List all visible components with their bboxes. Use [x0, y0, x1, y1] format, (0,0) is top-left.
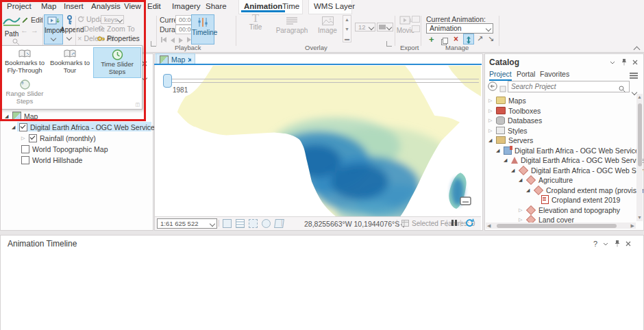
scale-combo[interactable]: 1:61 625 522 [157, 218, 217, 229]
move-keyframe-icon[interactable] [463, 34, 474, 45]
catalog-item-databases[interactable]: ▷Databases [488, 116, 542, 125]
catalog-tab-project[interactable]: Project [489, 70, 512, 81]
search-icon[interactable] [619, 83, 626, 95]
toolbox-icon [496, 107, 506, 114]
keys-combo[interactable]: keys [101, 15, 124, 24]
contents-layer-dea[interactable]: ◢ Digital Earth Africa - OGC Web Service… [12, 123, 158, 131]
overlay-gallery-scrollbar[interactable]: ▲ ▼ ▬ [343, 15, 351, 42]
tab-animation[interactable]: Animation [244, 2, 282, 10]
skip-to-start-icon[interactable] [161, 37, 166, 42]
menu-item-range-slider-steps[interactable]: Range Slider Steps [3, 77, 47, 107]
catalog-menu-chevron-icon[interactable] [610, 61, 615, 64]
next-keyframe-arrow-icon[interactable]: → [31, 26, 38, 34]
menu-resize-grip[interactable]: ◫ [135, 102, 140, 107]
attribute-table-icon[interactable] [236, 219, 245, 228]
catalog-item-elevation[interactable]: ▷Elevation and topography [519, 205, 620, 214]
contents-close-icon[interactable] [142, 57, 147, 69]
layer-checkbox[interactable] [21, 145, 29, 153]
expander-icon[interactable]: ◢ [12, 125, 16, 130]
tab-edit[interactable]: Edit [147, 2, 161, 10]
menu-item-bookmarks-fly-through[interactable]: Bookmarks to Fly-Through [3, 47, 47, 77]
timeline-close-icon[interactable] [626, 241, 631, 246]
export-preview-icon[interactable] [412, 25, 420, 32]
prev-keyframe-arrow-icon[interactable]: ← [21, 26, 28, 34]
map-canvas[interactable]: 1981 [155, 66, 481, 216]
properties-button[interactable]: Properties [97, 34, 140, 42]
sort-ascending-icon[interactable]: ↗ [477, 34, 483, 43]
zoom-to-button[interactable]: Zoom To [98, 25, 135, 33]
contents-layer-topographic[interactable]: World Topographic Map [21, 144, 108, 153]
import-dropdown-chevron[interactable] [51, 36, 56, 41]
tab-imagery[interactable]: Imagery [172, 2, 201, 10]
layer-checkbox[interactable] [19, 123, 27, 131]
menu-item-bookmarks-to-tour[interactable]: Bookmarks to Tour [48, 47, 92, 77]
menu-item-time-slider-steps[interactable]: Time Slider Steps [93, 47, 141, 78]
notification-icon[interactable] [274, 219, 284, 228]
overlay-title-button[interactable]: T Title [241, 14, 270, 31]
tab-insert[interactable]: Insert [64, 2, 84, 10]
timeline-menu-chevron-icon[interactable] [603, 242, 608, 246]
map-tab-close-icon[interactable] [188, 58, 191, 62]
refresh-icon[interactable] [465, 218, 474, 229]
tab-project[interactable]: Project [7, 2, 32, 10]
overview-icon[interactable] [460, 196, 471, 208]
catalog-tab-favorites[interactable]: Favorites [540, 70, 569, 78]
sort-descending-icon[interactable]: ↘ [488, 34, 494, 43]
swipe-icon[interactable] [249, 219, 258, 228]
layer-checkbox[interactable] [29, 134, 37, 142]
delete-animation-icon[interactable]: × [454, 34, 458, 44]
catalog-item-server-connection[interactable]: ◢Digital Earth Africa - OGC Web Services… [496, 146, 644, 155]
contents-search-chevron[interactable] [143, 71, 147, 83]
expander-icon[interactable]: ◢ [5, 114, 10, 119]
timeline-help-icon[interactable]: ? [593, 240, 597, 248]
overlay-font-size-combo[interactable]: 12 [355, 23, 375, 31]
overlay-group-launcher[interactable] [386, 41, 392, 47]
tab-view[interactable]: View [124, 2, 141, 10]
timeline-toggle-button[interactable]: Timeline [191, 14, 214, 45]
export-frame-icon[interactable] [412, 16, 420, 23]
crosshair-icon[interactable] [262, 219, 271, 228]
tab-analysis[interactable]: Analysis [91, 2, 121, 10]
catalog-item-cropland-2019[interactable]: Cropland extent 2019 [541, 195, 620, 204]
catalog-item-styles[interactable]: ▷Styles [488, 126, 528, 135]
contents-layer-hillshade[interactable]: World Hillshade [21, 155, 82, 164]
layer-checkbox[interactable] [21, 156, 29, 164]
add-bookmark-icon[interactable] [223, 219, 232, 228]
coordinates-readout[interactable]: 28,8255663°W 10,1944076°S [304, 220, 406, 228]
expander-icon[interactable]: ▷ [21, 136, 26, 141]
tab-wms-layer[interactable]: WMS Layer [314, 2, 355, 10]
catalog-item-agriculture[interactable]: ◢Agriculture [519, 175, 573, 184]
catalog-hamburger-icon[interactable] [630, 69, 638, 81]
edit-group-launcher[interactable] [151, 41, 156, 47]
catalog-tab-portal[interactable]: Portal [517, 70, 535, 78]
pause-drawing-icon[interactable] [451, 220, 457, 226]
overlay-font-color-combo[interactable] [377, 23, 393, 31]
range-slider-steps-icon [18, 79, 32, 90]
catalog-item-wms-service[interactable]: ◢Digital Earth Africa - OGC Web Services [504, 155, 644, 164]
catalog-item-servers[interactable]: ◢Servers [488, 136, 533, 144]
current-animation-combo[interactable]: Animation [426, 23, 493, 34]
edit-animation-button[interactable]: Edit [22, 16, 43, 24]
catalog-close-icon[interactable] [632, 60, 638, 65]
catalog-item-maps[interactable]: ▷Maps [488, 96, 526, 105]
append-dropdown-chevron[interactable] [66, 35, 72, 40]
catalog-pin-icon[interactable] [621, 59, 627, 66]
catalog-back-icon[interactable] [488, 81, 497, 94]
catalog-item-wms-group[interactable]: ◢Digital Earth Africa - OGC Web Services [511, 166, 644, 175]
catalog-item-cropland-map[interactable]: ◢Cropland extent map (provisional) [526, 186, 644, 194]
add-animation-icon[interactable]: + [429, 34, 434, 45]
overlay-image-button[interactable]: Image [314, 14, 341, 34]
contents-map-item[interactable]: ◢ Map [5, 112, 38, 120]
contents-layer-rainfall[interactable]: ▷ Rainfall (monthly) [21, 134, 96, 142]
timeline-pin-icon[interactable] [614, 240, 620, 247]
time-slider-track[interactable] [164, 79, 479, 83]
catalog-item-toolboxes[interactable]: ▷Toolboxes [488, 106, 541, 115]
catalog-search-input[interactable] [508, 81, 630, 92]
tab-time[interactable]: Time [282, 2, 299, 10]
time-slider-handle[interactable] [163, 74, 172, 88]
catalog-horizontal-scrollbar[interactable]: ◀ ▶ [486, 223, 636, 229]
tab-share[interactable]: Share [206, 2, 227, 10]
overlay-paragraph-button[interactable]: Paragraph [274, 14, 310, 34]
tab-map[interactable]: Map [41, 2, 56, 10]
catalog-vertical-scrollbar[interactable]: ▲ ▼ [636, 94, 643, 221]
